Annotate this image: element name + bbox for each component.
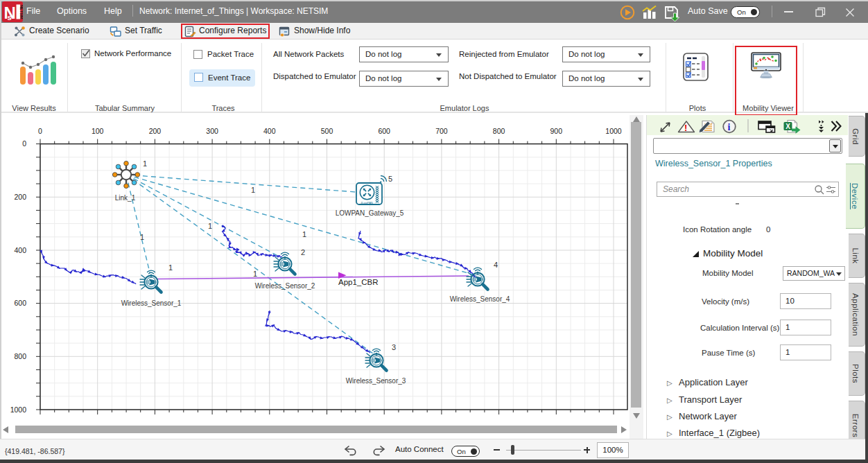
svg-text:600: 600 <box>378 127 390 135</box>
svg-text:Link_1: Link_1 <box>115 194 136 202</box>
svg-text:Wireless_Sensor_2: Wireless_Sensor_2 <box>255 282 315 290</box>
svg-text:i: i <box>728 122 731 132</box>
svg-text:1: 1 <box>253 270 257 278</box>
svg-text:600: 600 <box>14 299 26 307</box>
svg-text:App1_CBR: App1_CBR <box>338 278 379 286</box>
svg-text:1: 1 <box>140 233 144 241</box>
svg-text:3: 3 <box>392 343 396 351</box>
svg-text:200: 200 <box>149 127 162 135</box>
svg-text:4LowPAN: 4LowPAN <box>361 201 373 204</box>
svg-text:X: X <box>785 123 790 130</box>
svg-text:1: 1 <box>143 159 147 168</box>
svg-text:200: 200 <box>14 193 26 201</box>
svg-text:800: 800 <box>493 127 505 135</box>
svg-text:0: 0 <box>38 127 42 135</box>
svg-text:Wireless_Sensor_3: Wireless_Sensor_3 <box>346 377 406 385</box>
svg-text:800: 800 <box>14 352 26 360</box>
svg-text:1: 1 <box>168 263 173 272</box>
svg-text:1: 1 <box>302 230 306 238</box>
svg-text:700: 700 <box>435 127 448 135</box>
svg-text:100: 100 <box>92 127 104 135</box>
svg-text:s: s <box>8 13 12 21</box>
svg-text:4: 4 <box>494 261 498 269</box>
svg-text:0: 0 <box>22 139 26 148</box>
svg-text:300: 300 <box>206 127 218 135</box>
svg-text:1: 1 <box>251 186 255 194</box>
svg-text:400: 400 <box>14 246 26 254</box>
svg-text:!: ! <box>684 123 687 133</box>
svg-text:LOWPAN_Gateway_5: LOWPAN_Gateway_5 <box>336 209 404 217</box>
svg-text:2: 2 <box>301 248 305 256</box>
svg-text:Wireless_Sensor_1: Wireless_Sensor_1 <box>121 299 182 307</box>
svg-text:900: 900 <box>550 127 563 135</box>
svg-text:1000: 1000 <box>10 405 27 414</box>
svg-text:1000: 1000 <box>605 127 622 135</box>
svg-text:5: 5 <box>388 175 392 183</box>
svg-text:1: 1 <box>208 222 212 230</box>
svg-text:NETSIM: NETSIM <box>19 5 23 19</box>
svg-text:Wireless_Sensor_4: Wireless_Sensor_4 <box>450 295 510 303</box>
svg-text:400: 400 <box>263 127 276 135</box>
svg-text:500: 500 <box>321 127 333 135</box>
